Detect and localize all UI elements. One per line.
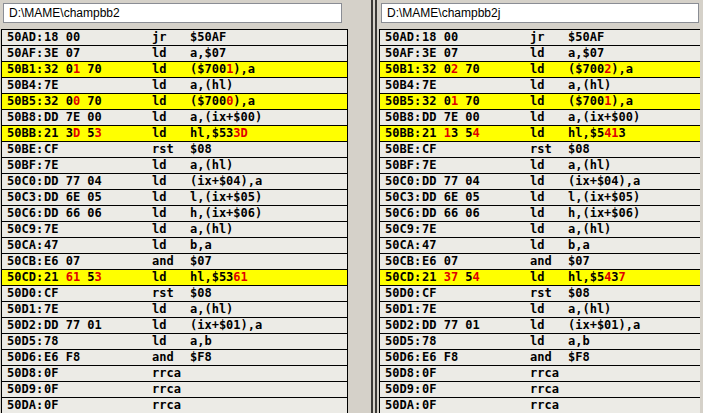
bytes-cell: 0F [44, 382, 152, 397]
disasm-row[interactable]: 50D6:E6 F8and$F8 [379, 349, 703, 366]
address-cell: 50D0: [7, 286, 44, 301]
bytes-cell: 21 3D 53 [44, 126, 152, 141]
address-cell: 50D0: [385, 286, 422, 301]
mnemonic-cell: and [152, 350, 190, 365]
disasm-row[interactable]: 50CB:E6 07and$07 [1, 253, 348, 270]
address-cell: 50AF: [7, 46, 44, 61]
disasm-row[interactable]: 50D9:0Frrca [379, 381, 703, 398]
operand-cell: $F8 [190, 350, 212, 365]
disasm-row[interactable]: 50B8:DD 7E 00lda,(ix+$00) [1, 109, 348, 126]
bytes-cell: 18 00 [44, 30, 152, 45]
disasm-row[interactable]: 50AD:18 00jr$50AF [1, 29, 348, 46]
bytes-cell: E6 F8 [422, 350, 530, 365]
mnemonic-cell: ld [530, 110, 568, 125]
mnemonic-cell: rst [152, 286, 190, 301]
bytes-cell: 3E 07 [44, 46, 152, 61]
mnemonic-cell: jr [152, 30, 190, 45]
file-path-field-right[interactable]: D:\MAME\champbb2j [381, 3, 699, 23]
operand-cell: $08 [190, 286, 212, 301]
mnemonic-cell: rrca [530, 398, 568, 413]
operand-cell: hl,$5437 [568, 270, 626, 285]
address-cell: 50C6: [385, 206, 422, 221]
disasm-row-diff[interactable]: 50BB:21 3D 53ldhl,$533D [1, 125, 348, 142]
disasm-row[interactable]: 50C0:DD 77 04ld(ix+$04),a [1, 173, 348, 190]
operand-cell: $08 [568, 286, 590, 301]
disasm-row[interactable]: 50BE:CFrst$08 [1, 141, 348, 158]
disasm-row[interactable]: 50C3:DD 6E 05ldl,(ix+$05) [1, 189, 348, 206]
bytes-cell: DD 77 04 [44, 174, 152, 189]
disasm-row-diff[interactable]: 50B1:32 01 70ld($7001),a [1, 61, 348, 78]
mnemonic-cell: ld [152, 126, 190, 141]
disasm-row[interactable]: 50D9:0Frrca [1, 381, 348, 398]
disasm-row[interactable]: 50BF:7Elda,(hl) [379, 157, 703, 174]
disasm-row[interactable]: 50BF:7Elda,(hl) [1, 157, 348, 174]
address-cell: 50C6: [7, 206, 44, 221]
disasm-row[interactable]: 50C9:7Elda,(hl) [1, 221, 348, 238]
disasm-row[interactable]: 50D1:7Elda,(hl) [1, 301, 348, 318]
address-cell: 50D5: [385, 334, 422, 349]
operand-cell: ($7001),a [568, 94, 633, 109]
address-cell: 50D9: [385, 382, 422, 397]
bytes-cell: 32 02 70 [422, 62, 530, 77]
mnemonic-cell: ld [530, 270, 568, 285]
mnemonic-cell: ld [530, 94, 568, 109]
disasm-row[interactable]: 50D0:CFrst$08 [379, 285, 703, 302]
diff-digit: 4 [473, 270, 480, 284]
bytes-cell: DD 77 01 [44, 318, 152, 333]
address-cell: 50B8: [7, 110, 44, 125]
disasm-row[interactable]: 50D8:0Frrca [1, 365, 348, 382]
operand-cell: $F8 [568, 350, 590, 365]
disasm-row-diff[interactable]: 50B5:32 01 70ld($7001),a [379, 93, 703, 110]
disasm-row[interactable]: 50C6:DD 66 06ldh,(ix+$06) [1, 205, 348, 222]
diff-digit: 3D [233, 126, 247, 140]
disasm-row[interactable]: 50B8:DD 7E 00lda,(ix+$00) [379, 109, 703, 126]
mnemonic-cell: ld [152, 78, 190, 93]
address-cell: 50D6: [7, 350, 44, 365]
bytes-cell: DD 7E 00 [44, 110, 152, 125]
bytes-cell: DD 7E 00 [422, 110, 530, 125]
disasm-row[interactable]: 50B4:7Elda,(hl) [1, 77, 348, 94]
bytes-cell: E6 07 [44, 254, 152, 269]
disasm-row[interactable]: 50D8:0Frrca [379, 365, 703, 382]
disasm-row[interactable]: 50D2:DD 77 01ld(ix+$01),a [1, 317, 348, 334]
disasm-row-diff[interactable]: 50B1:32 02 70ld($7002),a [379, 61, 703, 78]
disasm-row[interactable]: 50B4:7Elda,(hl) [379, 77, 703, 94]
disasm-row[interactable]: 50D5:78lda,b [1, 333, 348, 350]
bytes-cell: CF [44, 286, 152, 301]
disasm-row[interactable]: 50D0:CFrst$08 [1, 285, 348, 302]
disasm-row[interactable]: 50DA:0Frrca [379, 397, 703, 413]
diff-digit: 1 [444, 126, 451, 140]
disasm-row-diff[interactable]: 50BB:21 13 54ldhl,$5413 [379, 125, 703, 142]
disasm-row[interactable]: 50CB:E6 07and$07 [379, 253, 703, 270]
disasm-row-diff[interactable]: 50CD:21 37 54ldhl,$5437 [379, 269, 703, 286]
disasm-row[interactable]: 50D2:DD 77 01ld(ix+$01),a [379, 317, 703, 334]
disasm-row[interactable]: 50AF:3E 07lda,$07 [1, 45, 348, 62]
address-cell: 50B4: [7, 78, 44, 93]
disasm-row-diff[interactable]: 50B5:32 00 70ld($7000),a [1, 93, 348, 110]
disasm-row[interactable]: 50AF:3E 07lda,$07 [379, 45, 703, 62]
disasm-row[interactable]: 50AD:18 00jr$50AF [379, 29, 703, 46]
mnemonic-cell: ld [530, 158, 568, 173]
disasm-row[interactable]: 50D1:7Elda,(hl) [379, 301, 703, 318]
disasm-row[interactable]: 50C6:DD 66 06ldh,(ix+$06) [379, 205, 703, 222]
bytes-cell: 0F [422, 382, 530, 397]
disasm-row[interactable]: 50CA:47ldb,a [1, 237, 348, 254]
file-path-right: D:\MAME\champbb2j [387, 6, 500, 20]
file-path-field-left[interactable]: D:\MAME\champbb2 [3, 3, 342, 23]
disasm-row[interactable]: 50C0:DD 77 04ld(ix+$04),a [379, 173, 703, 190]
disasm-row[interactable]: 50BE:CFrst$08 [379, 141, 703, 158]
bytes-cell: DD 6E 05 [422, 190, 530, 205]
disasm-row-diff[interactable]: 50CD:21 61 53ldhl,$5361 [1, 269, 348, 286]
mnemonic-cell: ld [152, 62, 190, 77]
operand-cell: b,a [190, 238, 212, 253]
disasm-row[interactable]: 50D6:E6 F8and$F8 [1, 349, 348, 366]
operand-cell: (ix+$01),a [568, 318, 640, 333]
disasm-row[interactable]: 50C9:7Elda,(hl) [379, 221, 703, 238]
disasm-row[interactable]: 50DA:0Frrca [1, 397, 348, 413]
disasm-row[interactable]: 50C3:DD 6E 05ldl,(ix+$05) [379, 189, 703, 206]
bytes-cell: 32 01 70 [422, 94, 530, 109]
disasm-row[interactable]: 50D5:78lda,b [379, 333, 703, 350]
mnemonic-cell: rrca [152, 382, 190, 397]
bytes-cell: 0F [422, 366, 530, 381]
disasm-row[interactable]: 50CA:47ldb,a [379, 237, 703, 254]
